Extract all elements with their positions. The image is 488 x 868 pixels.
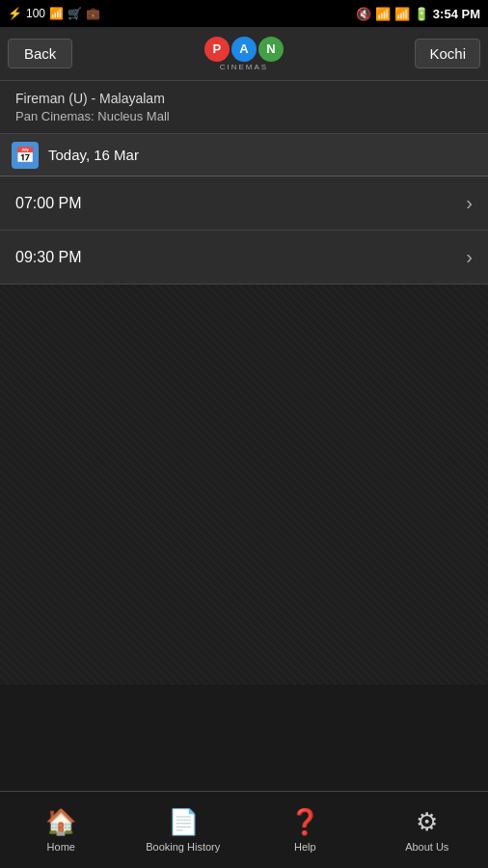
wifi-icon: 📶 <box>375 7 391 21</box>
logo-p: P <box>204 37 230 62</box>
about-us-icon: ⚙ <box>416 807 438 837</box>
showtime-row-1[interactable]: 07:00 PM › <box>0 176 488 231</box>
usb-icon: ⚡ <box>8 7 22 20</box>
mute-icon: 🔇 <box>356 7 371 21</box>
back-button[interactable]: Back <box>8 39 72 68</box>
tab-booking-history[interactable]: 📄 Booking History <box>122 800 245 860</box>
time-display: 3:54 PM <box>433 7 480 21</box>
status-bar: ⚡ 100 📶 🛒 💼 🔇 📶 📶 🔋 3:54 PM <box>0 0 488 27</box>
battery-icon: 🔋 <box>414 7 429 21</box>
signal-icon: 📶 <box>394 7 410 21</box>
logo-circles: P A N <box>204 37 284 62</box>
tab-bar: 🏠 Home 📄 Booking History ❓ Help ⚙ About … <box>0 791 488 868</box>
movie-title: Fireman (U) - Malayalam <box>15 91 473 106</box>
logo-a: A <box>231 37 257 62</box>
logo-subtitle: CINEMAS <box>220 63 268 71</box>
nav-bar: Back P A N CINEMAS Kochi <box>0 27 488 81</box>
cinema-name: Pan Cinemas: Nucleus Mall <box>15 109 473 123</box>
date-row: 📅 Today, 16 Mar <box>0 134 488 176</box>
status-right: 🔇 📶 📶 🔋 3:54 PM <box>356 7 480 21</box>
help-icon: ❓ <box>289 807 320 837</box>
tab-about-us-label: About Us <box>405 841 448 853</box>
showtime-2-text: 09:30 PM <box>15 249 81 266</box>
sim-icon: 100 <box>26 7 45 20</box>
calendar-icon: 📅 <box>12 142 39 169</box>
tab-home[interactable]: 🏠 Home <box>0 800 122 860</box>
tab-home-label: Home <box>47 841 75 853</box>
app-icon1: 📶 <box>49 7 64 20</box>
showtime-1-text: 07:00 PM <box>15 195 81 212</box>
pan-cinemas-logo: P A N CINEMAS <box>204 37 284 71</box>
tab-help[interactable]: ❓ Help <box>244 800 366 860</box>
home-icon: 🏠 <box>45 807 76 837</box>
logo-n: N <box>258 37 284 62</box>
date-text: Today, 16 Mar <box>48 147 139 163</box>
location-button[interactable]: Kochi <box>415 39 480 68</box>
booking-history-icon: 📄 <box>168 807 199 837</box>
chevron-right-icon-1: › <box>466 192 473 214</box>
movie-info-section: Fireman (U) - Malayalam Pan Cinemas: Nuc… <box>0 81 488 134</box>
tab-booking-history-label: Booking History <box>146 841 220 853</box>
tab-help-label: Help <box>294 841 316 853</box>
app-icon3: 💼 <box>86 7 100 20</box>
chevron-right-icon-2: › <box>466 246 473 268</box>
showtime-row-2[interactable]: 09:30 PM › <box>0 231 488 285</box>
tab-about-us[interactable]: ⚙ About Us <box>366 800 489 860</box>
status-left-icons: ⚡ 100 📶 🛒 💼 <box>8 7 100 20</box>
empty-content-area <box>0 285 488 685</box>
app-icon2: 🛒 <box>68 7 82 20</box>
